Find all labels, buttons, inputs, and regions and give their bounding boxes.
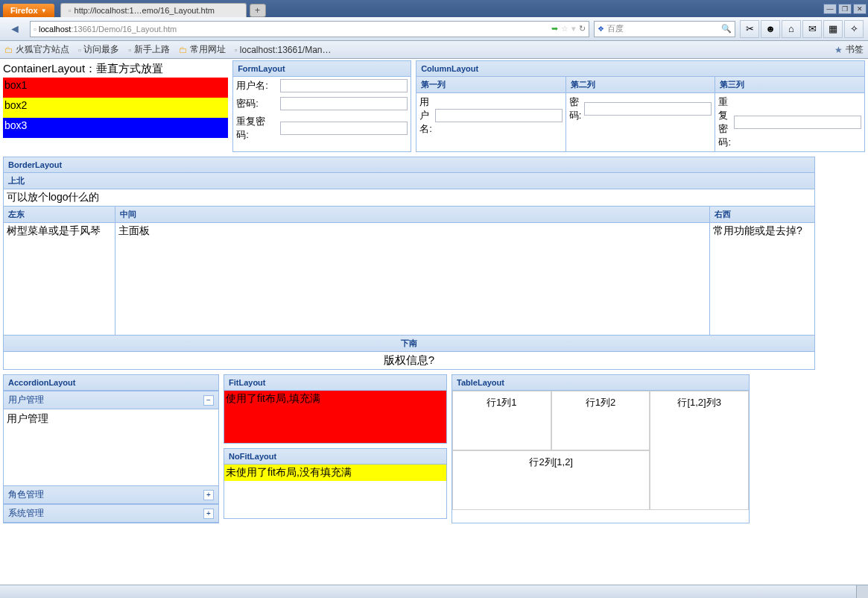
- browser-navbar: ◄ ▫ localhost:13661/Demo/16_Layout.htm ➥…: [0, 17, 868, 41]
- field-label: 重复密码:: [718, 95, 731, 149]
- bookmarks-menu[interactable]: ★书签: [834, 43, 864, 56]
- field-label: 重复密码:: [236, 115, 277, 142]
- apps-button[interactable]: ▦: [823, 20, 843, 38]
- browser-tab[interactable]: ▫ http://localhost:1…emo/16_Layout.htm: [60, 3, 247, 17]
- form-layout-panel: FormLayout 用户名: 密码: 重复密码:: [232, 60, 411, 152]
- col-password-input[interactable]: [584, 102, 712, 116]
- new-tab-button[interactable]: +: [250, 4, 266, 17]
- table-cell: 行2列[1,2]: [452, 450, 650, 510]
- share-icon[interactable]: ➥: [551, 24, 558, 34]
- folder-icon: 🗀: [4, 45, 13, 55]
- nofit-body: 未使用了fit布局,没有填充满: [224, 465, 446, 481]
- minimize-button[interactable]: —: [823, 4, 837, 14]
- north-content: 可以放个logo什么的: [4, 189, 814, 206]
- folder-icon: 🗀: [179, 45, 188, 55]
- center-content: 主面板: [115, 223, 709, 335]
- bookmark-item[interactable]: ▫新手上路: [128, 43, 169, 56]
- password-input[interactable]: [280, 97, 408, 110]
- field-label: 密码:: [569, 95, 582, 122]
- table-cell: 行1列1: [452, 391, 551, 450]
- east-content: 常用功能或是去掉?: [710, 223, 814, 335]
- accordion-item-header[interactable]: 角色管理 +: [4, 485, 218, 504]
- west-header: 左东: [4, 206, 115, 223]
- container-layout-title: ContainerLayout：垂直方式放置: [3, 60, 228, 78]
- fit-body: 使用了fit布局,填充满: [224, 391, 446, 443]
- toolbar-icon-1[interactable]: ✂: [740, 20, 759, 38]
- search-bar[interactable]: ❖ 百度 🔍: [594, 21, 735, 37]
- accordion-layout-panel: AccordionLayout 用户管理 − 用户管理 角色管理 + 系统管理 …: [3, 374, 219, 523]
- border-layout-panel: BorderLayout 上北 可以放个logo什么的 左东 树型菜单或是手风琴…: [3, 157, 815, 370]
- username-input[interactable]: [280, 79, 408, 92]
- fit-layout-panel: FitLayout 使用了fit布局,填充满: [224, 374, 447, 444]
- nofit-layout-panel: NoFitLayout 未使用了fit布局,没有填充满: [224, 448, 447, 519]
- east-header: 右西: [710, 206, 814, 223]
- back-button[interactable]: ◄: [4, 19, 25, 40]
- chevron-down-icon: ▼: [41, 7, 47, 14]
- west-content: 树型菜单或是手风琴: [4, 223, 115, 335]
- firefox-menu-button[interactable]: Firefox▼: [3, 4, 54, 17]
- bookmark-star-icon[interactable]: ☆: [561, 24, 568, 34]
- expand-icon[interactable]: +: [203, 509, 214, 519]
- page-content: ContainerLayout：垂直方式放置 box1 box2 box3 Fo…: [0, 59, 868, 525]
- window-titlebar: Firefox▼ ▫ http://localhost:1…emo/16_Lay…: [0, 0, 868, 17]
- reload-button[interactable]: ↻: [579, 24, 586, 34]
- south-header: 下南: [4, 335, 814, 352]
- field-label: 用户名:: [236, 79, 277, 92]
- page-icon: ▫: [235, 45, 238, 55]
- page-icon: ▫: [128, 45, 131, 55]
- north-header: 上北: [4, 173, 814, 189]
- panel-header: BorderLayout: [4, 157, 814, 173]
- panel-header: ColumnLayout: [416, 61, 864, 77]
- field-label: 密码:: [236, 97, 277, 110]
- panel-header: FormLayout: [233, 61, 411, 77]
- col-username-input[interactable]: [435, 109, 563, 122]
- column-layout-panel: ColumnLayout 第一列 用户名: 第二列 密码: 第三列 重复密码:: [416, 60, 865, 152]
- box-2: box2: [3, 98, 228, 118]
- collapse-icon[interactable]: −: [203, 395, 214, 406]
- search-icon[interactable]: 🔍: [721, 24, 732, 34]
- panel-header: TableLayout: [452, 375, 749, 391]
- url-bar[interactable]: ▫ localhost:13661/Demo/16_Layout.htm ➥ ☆…: [30, 21, 589, 37]
- accordion-item-body: 用户管理: [4, 409, 218, 485]
- mail-button[interactable]: ✉: [802, 20, 822, 38]
- container-layout-panel: ContainerLayout：垂直方式放置 box1 box2 box3: [3, 60, 228, 152]
- bookmark-item[interactable]: 🗀火狐官方站点: [4, 43, 69, 56]
- addon-button[interactable]: ✧: [844, 20, 864, 38]
- column-header: 第二列: [566, 77, 715, 93]
- box-1: box1: [3, 78, 228, 98]
- table-layout-panel: TableLayout 行1列1 行1列2 行[1,2]列3 行2列[1,2]: [452, 374, 750, 523]
- column-header: 第三列: [715, 77, 864, 93]
- toolbar-icon-2[interactable]: ☻: [761, 20, 780, 38]
- repeat-password-input[interactable]: [280, 122, 408, 135]
- restore-button[interactable]: ❐: [838, 4, 852, 14]
- bookmark-icon: ★: [834, 45, 843, 55]
- panel-header: NoFitLayout: [224, 449, 446, 465]
- bookmark-item[interactable]: ▫访问最多: [78, 43, 119, 56]
- page-icon: ▫: [78, 45, 81, 55]
- south-content: 版权信息?: [4, 352, 814, 369]
- field-label: 用户名:: [419, 95, 432, 136]
- column-header: 第一列: [416, 77, 566, 93]
- bookmark-item[interactable]: 🗀常用网址: [179, 43, 226, 56]
- table-cell: 行1列2: [551, 391, 650, 450]
- col-repeat-password-input[interactable]: [734, 116, 861, 129]
- panel-header: FitLayout: [224, 375, 446, 391]
- home-button[interactable]: ⌂: [782, 20, 801, 38]
- page-icon: ▫: [34, 25, 39, 34]
- table-cell: 行[1,2]列3: [650, 391, 749, 510]
- page-icon: ▫: [69, 6, 72, 15]
- bookmark-item[interactable]: ▫localhost:13661/Man…: [235, 45, 332, 55]
- baidu-icon: ❖: [598, 25, 604, 33]
- box-3: box3: [3, 118, 228, 138]
- panel-header: AccordionLayout: [4, 375, 218, 391]
- accordion-item-header[interactable]: 系统管理 +: [4, 504, 218, 523]
- accordion-item-header[interactable]: 用户管理 −: [4, 391, 218, 409]
- expand-icon[interactable]: +: [203, 490, 214, 500]
- close-button[interactable]: ✕: [853, 4, 867, 14]
- bookmark-bar: 🗀火狐官方站点 ▫访问最多 ▫新手上路 🗀常用网址 ▫localhost:136…: [0, 41, 868, 59]
- center-header: 中间: [115, 206, 709, 223]
